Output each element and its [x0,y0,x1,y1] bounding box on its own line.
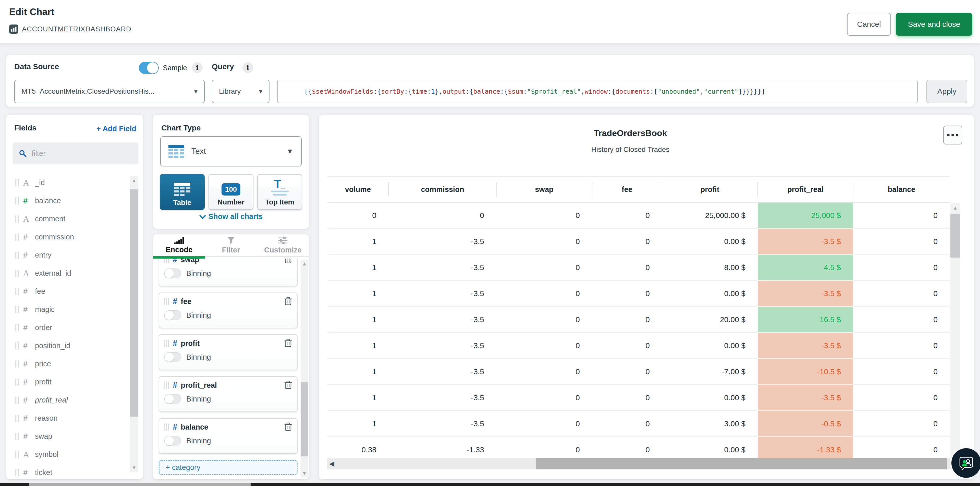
binning-toggle[interactable] [164,311,181,320]
field-filter-input[interactable] [31,149,119,158]
sample-toggle-knob [147,62,158,73]
delete-channel-button[interactable] [284,296,292,306]
cell-fee: 0 [592,411,662,436]
field-item-commission[interactable]: #commission [6,228,135,246]
table-vertical-scrollbar[interactable]: ▲ [950,203,960,469]
cell-profit: 0.00 $ [662,333,758,358]
delete-channel-button[interactable] [284,422,292,432]
cell-volume: 1 [327,359,389,384]
query-info-icon[interactable]: i [242,62,253,73]
delete-channel-button[interactable] [284,338,292,348]
delete-channel-button[interactable] [284,380,292,390]
dashboard-icon [9,24,18,34]
cell-fee: 0 [592,255,662,280]
data-source-select[interactable]: MT5_AccountMetrix.ClosedPositionsHis... … [14,80,205,103]
binning-toggle-knob [165,311,174,320]
column-header-profit_real[interactable]: profit_real [758,185,853,194]
page-hscroll-thumb[interactable] [29,483,251,486]
column-header-volume[interactable]: volume [327,185,389,194]
binning-toggle[interactable] [164,269,181,278]
encode-channel-fee[interactable]: #feeBinning [159,293,298,328]
field-item-magic[interactable]: #magic [6,300,135,319]
add-category-button[interactable]: + category [159,460,298,475]
encode-field-label: fee [181,297,191,306]
field-item-ticket[interactable]: #ticket [6,464,135,480]
field-item-symbol[interactable]: Asymbol [6,445,135,464]
chart-type-top-item[interactable]: T_ Top Item [257,174,302,210]
save-and-close-button[interactable]: Save and close [896,13,972,36]
chart-menu-button[interactable] [943,126,962,145]
column-separator [388,182,389,196]
field-item-profit[interactable]: #profit [6,373,135,391]
delete-channel-button[interactable] [284,258,292,265]
fields-scrollbar[interactable]: ▲ ▼ [130,176,138,472]
scroll-left-icon[interactable]: ◀ [329,460,334,468]
binning-toggle-knob [165,269,174,278]
chart-type-number[interactable]: 100 Number [208,174,253,210]
query-token: , [700,88,704,95]
binning-label: Binning [186,311,211,320]
scroll-up-icon[interactable]: ▲ [950,205,960,211]
page-horizontal-scrollbar[interactable] [0,483,980,486]
scroll-down-icon[interactable]: ▼ [130,465,138,471]
encode-scrollbar[interactable]: ▲ ▼ [301,260,308,477]
table-vscroll-thumb[interactable] [950,214,960,258]
tab-filter[interactable]: Filter [205,234,257,256]
tab-customize[interactable]: Customize [257,234,309,256]
cell-profit_real: 16.5 $ [758,307,853,332]
apply-button[interactable]: Apply [926,80,967,103]
column-header-commission[interactable]: commission [389,185,496,194]
field-item-balance[interactable]: #balance [6,192,135,210]
tab-encode[interactable]: Encode [153,234,205,256]
encode-channel-swap[interactable]: #swapBinning [159,258,298,287]
field-item-order[interactable]: #order [6,319,135,337]
encode-channel-balance[interactable]: #balanceBinning [159,418,298,454]
chart-type-table[interactable]: Table [160,174,205,210]
table-hscroll-thumb[interactable] [536,458,947,469]
encode-channel-profit[interactable]: #profitBinning [159,335,298,370]
cancel-button[interactable]: Cancel [847,13,891,36]
query-library-select[interactable]: Library ▾ [212,80,269,103]
field-item-position_id[interactable]: #position_id [6,337,135,355]
cell-swap: 0 [496,255,592,280]
binning-toggle[interactable] [164,394,181,404]
chart-category-select[interactable]: Text ▼ [160,136,302,166]
sample-toggle[interactable] [139,62,159,74]
cell-profit: -7.00 $ [662,359,758,384]
column-header-balance[interactable]: balance [853,185,950,194]
add-field-button[interactable]: + Add Field [97,124,136,133]
binning-toggle[interactable] [164,352,181,362]
number-type-icon: # [173,258,177,264]
cell-commission: -3.5 [389,411,496,436]
encode-icon [174,237,184,244]
encode-scroll-thumb[interactable] [301,382,308,456]
query-input[interactable]: [{$setWindowFields:{sortBy:{time:1},outp… [277,80,918,103]
field-item-comment[interactable]: Acomment [6,210,135,228]
sample-info-icon[interactable]: i [192,62,203,73]
field-item-swap[interactable]: #swap [6,427,135,445]
support-chat-button[interactable] [951,448,980,478]
table-row: 1-3.5000.00 $-3.5 $0 [327,333,950,359]
cell-balance: 0 [853,411,950,436]
column-header-profit[interactable]: profit [662,185,758,194]
field-label: _id [35,178,45,187]
scroll-up-icon[interactable]: ▲ [301,261,308,267]
scroll-up-icon[interactable]: ▲ [130,178,138,183]
show-all-charts-link[interactable]: Show all charts [153,212,309,221]
encode-channel-profit_real[interactable]: #profit_realBinning [159,376,298,412]
binning-toggle[interactable] [164,436,181,446]
chevron-down-icon: ▼ [286,147,293,155]
field-item-price[interactable]: #price [6,355,135,373]
column-header-fee[interactable]: fee [592,185,662,194]
field-item-reason[interactable]: #reason [6,409,135,427]
field-item-_id[interactable]: A_id [6,174,135,192]
field-item-fee[interactable]: #fee [6,282,135,300]
field-item-entry[interactable]: #entry [6,246,135,264]
column-header-swap[interactable]: swap [496,185,592,194]
field-item-external_id[interactable]: Aexternal_id [6,264,135,282]
scroll-down-icon[interactable]: ▼ [301,470,308,476]
cell-swap: 0 [496,281,592,306]
fields-scroll-thumb[interactable] [130,190,138,417]
field-item-profit_real[interactable]: #profit_real [6,391,135,409]
table-horizontal-scrollbar[interactable]: ◀ [327,458,950,469]
